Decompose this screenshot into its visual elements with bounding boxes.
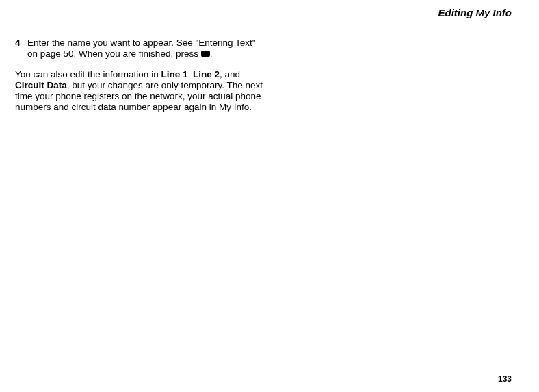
para-sep2: , and xyxy=(220,69,240,79)
line2-label: Line 2 xyxy=(193,69,220,79)
para-sep1: , xyxy=(187,69,193,79)
page-header: Editing My Info xyxy=(438,7,512,18)
step-4: 4 Enter the name you want to appear. See… xyxy=(15,38,268,60)
step-number: 4 xyxy=(15,38,27,60)
content-area: 4 Enter the name you want to appear. See… xyxy=(15,38,268,113)
line1-label: Line 1 xyxy=(161,69,187,79)
body-paragraph: You can also edit the information in Lin… xyxy=(15,69,268,113)
circuit-data-label: Circuit Data xyxy=(15,80,67,90)
step-text-after: . xyxy=(210,49,213,59)
ok-key-icon xyxy=(201,51,210,57)
step-text: Enter the name you want to appear. See "… xyxy=(27,38,268,60)
para-prefix: You can also edit the information in xyxy=(15,69,161,79)
step-text-before: Enter the name you want to appear. See "… xyxy=(27,38,256,59)
header-title: Editing My Info xyxy=(438,7,512,18)
page-number: 133 xyxy=(498,374,512,384)
page-number-value: 133 xyxy=(498,374,512,384)
